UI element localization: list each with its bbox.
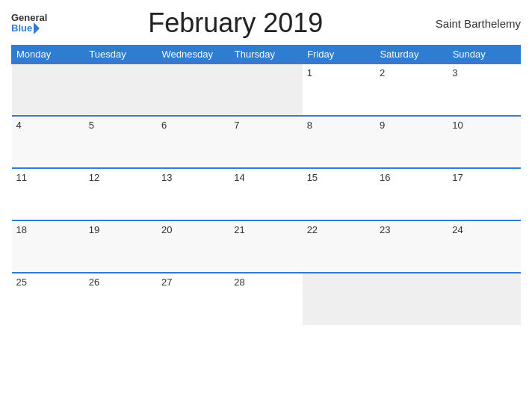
day-number: 7 xyxy=(234,120,239,131)
calendar-day-cell: 27 xyxy=(157,273,229,325)
calendar-day-cell: 19 xyxy=(84,220,157,273)
calendar-day-cell: 7 xyxy=(229,116,302,168)
day-number: 26 xyxy=(89,276,99,288)
day-number: 27 xyxy=(161,276,172,288)
calendar-day-cell xyxy=(84,64,157,116)
logo-triangle-icon xyxy=(34,22,40,34)
calendar-day-cell xyxy=(303,273,375,325)
calendar-day-cell: 8 xyxy=(303,116,375,168)
day-number: 2 xyxy=(380,67,385,78)
day-number: 28 xyxy=(234,276,244,288)
calendar-day-cell: 6 xyxy=(157,116,229,168)
day-number: 5 xyxy=(89,120,94,131)
logo-blue-text: Blue xyxy=(11,23,32,33)
day-number: 15 xyxy=(307,172,318,183)
calendar-day-cell: 26 xyxy=(84,273,157,325)
calendar-day-cell xyxy=(12,64,84,116)
day-number: 22 xyxy=(307,224,318,235)
calendar-location: Saint Barthelemy xyxy=(424,17,521,30)
calendar-day-cell: 11 xyxy=(12,168,84,220)
weekday-header-row: Monday Tuesday Wednesday Thursday Friday… xyxy=(12,46,521,64)
calendar-day-cell: 16 xyxy=(375,168,448,220)
day-number: 16 xyxy=(380,172,390,183)
calendar-day-cell: 4 xyxy=(12,116,84,168)
header-tuesday: Tuesday xyxy=(84,46,157,64)
day-number: 25 xyxy=(16,276,27,288)
day-number: 18 xyxy=(16,224,27,235)
day-number: 17 xyxy=(452,172,463,183)
calendar-day-cell: 15 xyxy=(303,168,375,220)
calendar-week-row: 123 xyxy=(12,64,521,116)
header-monday: Monday xyxy=(12,46,84,64)
calendar-title: February 2019 xyxy=(47,7,424,39)
calendar-day-cell: 28 xyxy=(229,273,302,325)
day-number: 20 xyxy=(161,224,172,235)
header-wednesday: Wednesday xyxy=(157,46,229,64)
calendar-week-row: 45678910 xyxy=(12,116,521,168)
day-number: 14 xyxy=(234,172,244,183)
day-number: 13 xyxy=(161,172,172,183)
calendar-week-row: 18192021222324 xyxy=(12,220,521,273)
header-saturday: Saturday xyxy=(375,46,448,64)
calendar-day-cell: 2 xyxy=(375,64,448,116)
day-number: 9 xyxy=(380,120,385,131)
calendar-day-cell xyxy=(448,273,520,325)
calendar-day-cell: 21 xyxy=(229,220,302,273)
header-friday: Friday xyxy=(303,46,375,64)
calendar-day-cell: 9 xyxy=(375,116,448,168)
header-thursday: Thursday xyxy=(229,46,302,64)
logo: General Blue xyxy=(11,13,47,34)
day-number: 4 xyxy=(16,120,22,131)
calendar-day-cell: 25 xyxy=(12,273,84,325)
day-number: 8 xyxy=(307,120,312,131)
calendar-day-cell: 17 xyxy=(448,168,520,220)
calendar-day-cell: 13 xyxy=(157,168,229,220)
calendar-day-cell: 5 xyxy=(84,116,157,168)
calendar-day-cell: 18 xyxy=(12,220,84,273)
day-number: 24 xyxy=(452,224,463,235)
calendar-day-cell xyxy=(157,64,229,116)
day-number: 11 xyxy=(16,172,27,183)
calendar-week-row: 11121314151617 xyxy=(12,168,521,220)
day-number: 12 xyxy=(89,172,99,183)
calendar-day-cell: 23 xyxy=(375,220,448,273)
calendar-container: General Blue February 2019 Saint Barthel… xyxy=(0,0,532,411)
calendar-table: Monday Tuesday Wednesday Thursday Friday… xyxy=(11,45,521,325)
logo-general-text: General xyxy=(11,13,47,22)
calendar-header: General Blue February 2019 Saint Barthel… xyxy=(11,7,521,39)
day-number: 23 xyxy=(380,224,390,235)
calendar-day-cell xyxy=(229,64,302,116)
day-number: 6 xyxy=(161,120,167,131)
calendar-day-cell: 1 xyxy=(303,64,375,116)
calendar-day-cell: 3 xyxy=(448,64,520,116)
header-sunday: Sunday xyxy=(448,46,520,64)
day-number: 1 xyxy=(307,67,312,78)
calendar-day-cell: 10 xyxy=(448,116,520,168)
day-number: 10 xyxy=(452,120,463,131)
calendar-day-cell: 12 xyxy=(84,168,157,220)
calendar-day-cell: 22 xyxy=(303,220,375,273)
day-number: 3 xyxy=(452,67,457,78)
calendar-day-cell: 24 xyxy=(448,220,520,273)
calendar-day-cell xyxy=(375,273,448,325)
calendar-day-cell: 20 xyxy=(157,220,229,273)
day-number: 19 xyxy=(89,224,99,235)
calendar-week-row: 25262728 xyxy=(12,273,521,325)
day-number: 21 xyxy=(234,224,244,235)
calendar-day-cell: 14 xyxy=(229,168,302,220)
